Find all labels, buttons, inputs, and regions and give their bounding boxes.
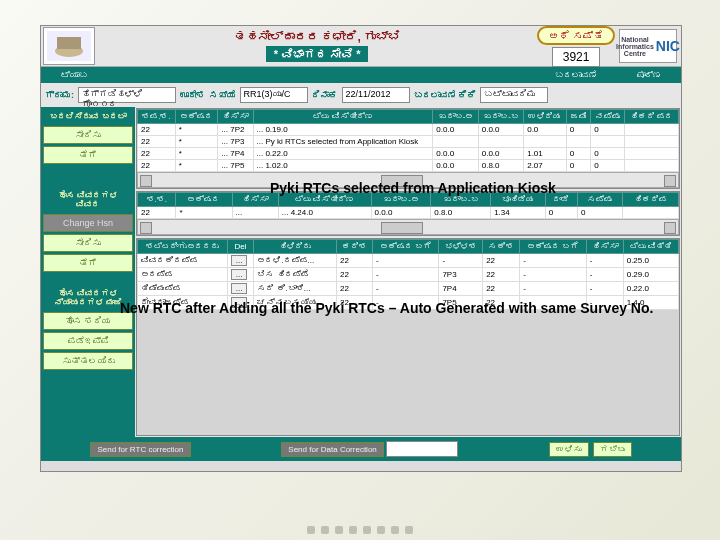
g2-col: ಶ.ಶ.	[138, 193, 176, 207]
table-cell: -	[586, 254, 623, 268]
table-cell: ...	[227, 268, 254, 282]
table-cell: 0.0.0	[433, 124, 478, 136]
table-cell: 0	[566, 124, 591, 136]
btn-get[interactable]: ಪಡೆಇಪ್ಪಿ	[43, 332, 133, 350]
table-cell: ... Py ki RTCs selected from Application…	[253, 136, 433, 148]
table-cell	[591, 136, 625, 148]
reason-field[interactable]: ಬಟ್ಟಾವರಿಮ	[480, 87, 548, 103]
menu-tab[interactable]: ಟ್ಯಾಬ	[41, 70, 108, 80]
reason-label: ಬದಲಾವಣೆ ಕಿಕಿ	[414, 90, 477, 100]
g1-col: ಟ್ಟು ವಿಸ್ತೀರ್ಣ	[253, 110, 433, 124]
table-cell: 0	[591, 148, 625, 160]
menu-bar[interactable]: ಟ್ಯಾಬ ಬದಲಾವಣೆ ಪೂರ್ಣ	[41, 67, 681, 83]
table-cell: *	[175, 148, 218, 160]
date-label: ದಿನಾಕ	[312, 90, 338, 100]
table-row[interactable]: 22*... 7P3... Py ki RTCs selected from A…	[138, 136, 679, 148]
side-head-1: ಬದಲಿಸಿರುವ ಬದಲಾ	[43, 109, 133, 124]
btn-remove-1[interactable]: ತೆಗೆ	[43, 146, 133, 164]
nic-logo: NationalInformaticsCentreNIC	[619, 29, 677, 63]
btn-add-1[interactable]: ಸೇರಿಸು	[43, 126, 133, 144]
sidebar: ಬದಲಿಸಿರುವ ಬದಲಾ ಸೇರಿಸು ತೆಗೆ ಹೊಸ ವಿವರಗಳ ವಿ…	[41, 107, 135, 437]
hscroll-2[interactable]	[137, 219, 679, 235]
table-cell: ...	[227, 282, 254, 296]
table-row[interactable]: 22*...... 4.24.00.0.00.8.01.3400	[138, 207, 679, 219]
table-cell: 0	[591, 160, 625, 172]
g3-col: ಸಕಿಶ	[483, 240, 520, 254]
table-cell: 0.22.0	[623, 282, 678, 296]
table-cell: ... 0.19.0	[253, 124, 433, 136]
table-cell: -	[520, 254, 586, 268]
table-row[interactable]: ಅರಪ್ಪ...ಬಿಸ ಹಿರಪ್ಪೆ22-7P322--0.29.0	[138, 268, 679, 282]
table-cell	[625, 148, 679, 160]
g1-col: ಶಪ.ಶ.	[138, 110, 176, 124]
search-row: ಗ್ರಾಮ: ಹೆಗ್ಗಡಿಹಳ್ಳಿ ಗೊ೧೧ರ ಊದೇಶ ಸಖ್ಯೆ RR1…	[41, 83, 681, 107]
table-cell: 0	[578, 207, 623, 219]
del-button[interactable]: ...	[231, 255, 248, 266]
g3-col: ಹಿಳಿರಿರು	[254, 240, 337, 254]
table-cell: 22	[138, 124, 176, 136]
table-row[interactable]: ತಿಮ್ಮಪ್ಪ...ಸರಿ ಕಿ.ಬಾಶಿ...22-7P422--0.22.…	[138, 282, 679, 296]
footer-bar: Send for RTC correction Send for Data Co…	[41, 437, 681, 461]
del-button[interactable]: ...	[231, 283, 248, 294]
table-cell	[524, 136, 567, 148]
grid-3[interactable]: ಶಟ್ಟರಿಂಗುಅದರರು Del ಹಿಳಿರಿರು ಕರಿಶ ಅಕ್ಷರ ಬ…	[136, 238, 680, 436]
table-cell	[625, 160, 679, 172]
g3-col: ಭಳ್ಳಶ	[439, 240, 483, 254]
table-cell	[478, 136, 523, 148]
table-cell: ... 7P4	[218, 148, 253, 160]
btn-change-hsn[interactable]: Change Hsn	[43, 214, 133, 232]
side-head-2: ಹೊಸ ವಿವರಗಳ ವಿವರ	[43, 188, 133, 212]
table-cell: 0.0.0	[478, 148, 523, 160]
village-field[interactable]: ಹೆಗ್ಗಡಿಹಳ್ಳಿ ಗೊ೧೧ರ	[78, 87, 176, 103]
slide-dots	[0, 526, 720, 534]
btn-remove-2[interactable]: ತೆಗೆ	[43, 254, 133, 272]
table-cell: 22	[138, 148, 176, 160]
footer-input[interactable]	[386, 441, 458, 457]
btn-send-data-correction[interactable]: Send for Data Correction	[281, 442, 384, 457]
table-cell: 0.0.0	[478, 124, 523, 136]
table-cell	[625, 136, 679, 148]
g3-col: ಹಿಸ್ಸಾ	[586, 240, 623, 254]
village-label: ಗ್ರಾಮ:	[45, 90, 74, 100]
table-cell: ವಿವರಕಿರಪ್ಪ	[138, 254, 228, 268]
g3-col: ಶಟ್ಟರಿಂಗುಅದರರು	[138, 240, 228, 254]
table-row[interactable]: ವಿವರಕಿರಪ್ಪ...ಅರಳಿ.ರಪ್ಪ...22--22--0.25.0	[138, 254, 679, 268]
btn-around[interactable]: ಸುತ್ತಲಯಿರು	[43, 352, 133, 370]
table-cell: 1.34	[491, 207, 546, 219]
title-bar: ತಹಸೀಲ್ದಾರರ ಕಛೇರಿ, ಗುಬ್ಬಿ * ವಿಭಾಗದ ಸೇವೆ *…	[41, 26, 681, 67]
table-row[interactable]: 22*... 7P5... 1.02.00.0.00.8.02.0700	[138, 160, 679, 172]
menu-change[interactable]: ಬದಲಾವಣೆ	[535, 70, 617, 80]
btn-save[interactable]: ಉಳಿಸು	[549, 442, 589, 457]
btn-send-rtc-correction[interactable]: Send for RTC correction	[90, 442, 190, 457]
menu-full[interactable]: ಪೂರ್ಣ	[617, 70, 681, 80]
g1-col: ಉಳಿದಿಯ	[524, 110, 567, 124]
table-cell: ... 4.24.0	[278, 207, 371, 219]
g3-col: ಅಕ್ಷರ ಬಗೆ	[520, 240, 586, 254]
office-title: ತಹಸೀಲ್ದಾರರ ಕಛೇರಿ, ಗುಬ್ಬಿ	[97, 30, 537, 44]
table-cell: *	[175, 160, 218, 172]
g1-col: ನಪ್ಪು	[591, 110, 625, 124]
grid-2[interactable]: ಶ.ಶ. ಅಕ್ಷರ ಹಿಸ್ಸಾ ಟ್ಟು ವಿಸ್ತೀರ್ಣ ಖರಾಬ-ಅ …	[136, 191, 680, 236]
table-cell: ... 7P2	[218, 124, 253, 136]
table-cell: ...	[232, 207, 278, 219]
table-row[interactable]: 22*... 7P2... 0.19.00.0.00.0.00.000	[138, 124, 679, 136]
g3-col: ಕರಿಶ	[337, 240, 373, 254]
table-cell: 22	[138, 207, 176, 219]
btn-close[interactable]: ಗಬ್ಬು	[593, 442, 632, 457]
table-cell: 0	[566, 160, 591, 172]
table-cell: -	[520, 282, 586, 296]
table-cell: -	[586, 282, 623, 296]
table-cell: ... 7P5	[218, 160, 253, 172]
btn-add-2[interactable]: ಸೇರಿಸು	[43, 234, 133, 252]
table-cell: -	[586, 268, 623, 282]
mutation-field[interactable]: RR1(3)ಯು/C	[240, 87, 308, 103]
table-cell: 2.07	[524, 160, 567, 172]
del-button[interactable]: ...	[231, 269, 248, 280]
g3-col: Del	[227, 240, 254, 254]
grid-1[interactable]: ಶಪ.ಶ. ಅಕ್ಷರ ಹಿಸ್ಸಾ ಟ್ಟು ವಿಸ್ತೀರ್ಣ ಖರಾಬ-ಅ…	[136, 108, 680, 189]
table-row[interactable]: 22*... 7P4... 0.22.00.0.00.0.01.0100	[138, 148, 679, 160]
table-cell: ...	[227, 254, 254, 268]
table-cell: 22	[337, 268, 373, 282]
date-field[interactable]: 22/11/2012	[342, 87, 410, 103]
table-cell: ತಿಮ್ಮಪ್ಪ	[138, 282, 228, 296]
